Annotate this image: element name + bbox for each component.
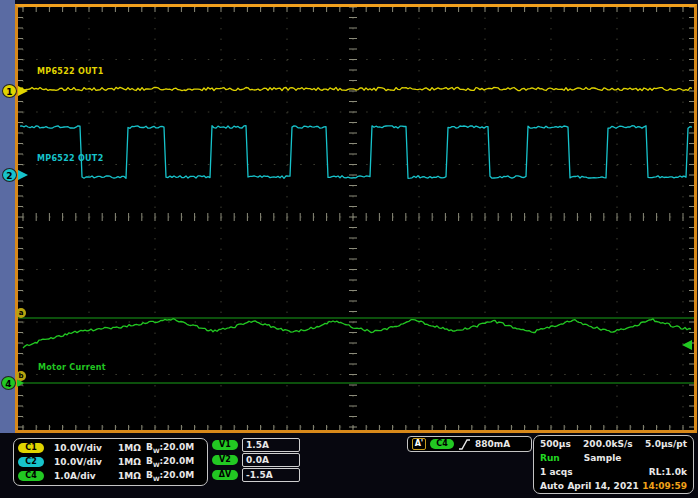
- c2-badge[interactable]: C2: [18, 457, 44, 467]
- c2-bandwidth: BW:20.0M: [146, 456, 194, 468]
- timebase-row: 500µs 200.0kS/s 5.0µs/pt: [540, 437, 687, 451]
- c1-scale: 10.0V/div: [54, 443, 118, 453]
- acq-count-row: 1 acqs RL:1.0k: [540, 465, 687, 479]
- trigger-level-arrow[interactable]: [682, 340, 692, 350]
- ch1-marker-arrow-icon: [18, 86, 28, 96]
- record-length: RL:1.0k: [649, 467, 687, 477]
- waveform-canvas: [18, 7, 694, 430]
- trigger-badge: A': [412, 438, 426, 450]
- c4-scale: 1.0A/div: [54, 471, 118, 481]
- sample-rate: 200.0kS/s: [583, 439, 633, 449]
- trigger-source-badge: C4: [430, 439, 454, 449]
- trigger-level: 880mA: [475, 439, 510, 449]
- c1-bandwidth: BW:20.0M: [146, 442, 194, 454]
- v2-value: 0.0A: [242, 453, 300, 467]
- cursor-b-marker[interactable]: b: [16, 371, 26, 381]
- dv-badge: ΔV: [212, 470, 238, 480]
- v2-badge: V2: [212, 455, 238, 465]
- date-time-row: Auto April 14, 2021 14:09:59: [540, 479, 687, 493]
- readout-strip: C1 10.0V/div 1MΩ BW:20.0M C2 10.0V/div 1…: [0, 433, 698, 498]
- ch4-trace: [23, 319, 691, 348]
- trigger-readout[interactable]: A' C4 880mA: [407, 436, 532, 452]
- acq-state-row: Run Sample: [540, 451, 687, 465]
- c4-impedance: 1MΩ: [118, 471, 144, 481]
- v1-value: 1.5A: [242, 438, 300, 452]
- timebase: 500µs: [540, 439, 571, 449]
- cursor-v2-row: V2 0.0A: [212, 452, 304, 467]
- channel-row-c2: C2 10.0V/div 1MΩ BW:20.0M: [18, 455, 203, 469]
- time: 14:09:59: [642, 481, 687, 491]
- waveform-display: [15, 4, 697, 433]
- date: April 14, 2021: [567, 481, 638, 491]
- cursor-v1-row: V1 1.5A: [212, 437, 304, 452]
- channel-settings-panel: C1 10.0V/div 1MΩ BW:20.0M C2 10.0V/div 1…: [13, 438, 208, 486]
- acq-mode: Sample: [584, 453, 622, 463]
- ch1-trace: [20, 87, 692, 90]
- oscilloscope-screen: MP6522 OUT1 MP6522 OUT2 Motor Current 1 …: [0, 0, 698, 498]
- ch2-marker-arrow-icon: [18, 170, 28, 180]
- v1-badge: V1: [212, 440, 238, 450]
- c4-badge[interactable]: C4: [18, 471, 44, 481]
- c1-impedance: 1MΩ: [118, 443, 144, 453]
- c1-badge[interactable]: C1: [18, 443, 44, 453]
- ch2-trace-label: MP6522 OUT2: [37, 154, 104, 163]
- cursor-readouts: V1 1.5A V2 0.0A ΔV -1.5A: [212, 437, 304, 482]
- c2-scale: 10.0V/div: [54, 457, 118, 467]
- ch4-trace-label: Motor Current: [38, 363, 106, 372]
- cursor-a-marker[interactable]: a: [16, 308, 26, 318]
- rising-edge-icon: [458, 438, 471, 451]
- acquisition-panel[interactable]: 500µs 200.0kS/s 5.0µs/pt Run Sample 1 ac…: [533, 435, 694, 494]
- ch1-position-marker[interactable]: 1: [2, 84, 28, 98]
- ch1-trace-label: MP6522 OUT1: [37, 67, 104, 76]
- cursor-dv-row: ΔV -1.5A: [212, 467, 304, 482]
- ch2-trace: [20, 126, 692, 179]
- ch2-position-marker[interactable]: 2: [2, 168, 28, 182]
- channel-row-c4: C4 1.0A/div 1MΩ BW:20.0M: [18, 469, 203, 483]
- trigger-mode: Auto: [540, 481, 564, 491]
- window-frame: [0, 0, 15, 434]
- c2-impedance: 1MΩ: [118, 457, 144, 467]
- acquisition-count: 1 acqs: [540, 467, 573, 477]
- c4-bandwidth: BW:20.0M: [146, 470, 194, 482]
- resolution: 5.0µs/pt: [645, 439, 687, 449]
- dv-value: -1.5A: [242, 468, 300, 482]
- run-status: Run: [540, 453, 560, 463]
- channel-row-c1: C1 10.0V/div 1MΩ BW:20.0M: [18, 441, 203, 455]
